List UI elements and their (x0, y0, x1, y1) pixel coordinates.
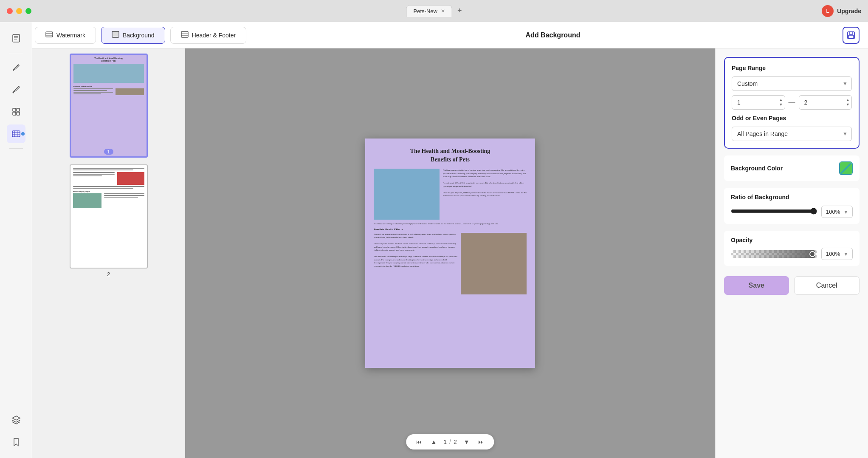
first-page-button[interactable]: ⏮ (414, 438, 424, 446)
sidebar-bottom (7, 410, 25, 451)
sidebar-icon-pages[interactable] (7, 29, 25, 48)
svg-rect-9 (17, 112, 20, 115)
background-button[interactable]: Background (101, 27, 165, 44)
current-page: 1 (443, 438, 447, 445)
bg-color-section: Background Color (724, 155, 860, 181)
range-end-up[interactable]: ▲ (845, 98, 850, 102)
ratio-slider[interactable] (731, 208, 817, 215)
thumbnails-panel: The Health and Mood-BoostingBenefits of … (32, 48, 185, 458)
page-range-label: Page Range (732, 65, 852, 71)
document-tab[interactable]: Pets-New ✕ (406, 5, 452, 17)
prev-page-button[interactable]: ▲ (429, 438, 438, 446)
sidebar-icon-watermark[interactable] (7, 124, 25, 143)
right-panel: Page Range Custom All Pages First Page L… (715, 48, 868, 458)
range-end-wrapper: ▲ ▼ (799, 95, 852, 110)
sidebar-icon-layers[interactable] (7, 410, 25, 429)
range-start-input[interactable] (732, 95, 785, 110)
last-page-button[interactable]: ⏭ (476, 438, 486, 446)
svg-point-5 (12, 92, 14, 93)
background-icon (112, 31, 119, 40)
color-swatch-button[interactable] (839, 161, 853, 175)
left-sidebar (0, 22, 32, 458)
range-dash: — (789, 99, 795, 106)
bg-color-row: Background Color (731, 161, 853, 175)
page-badge-1: 1 (104, 149, 113, 155)
odd-even-label: Odd or Even Pages (732, 115, 852, 122)
odd-even-dropdown[interactable]: All Pages in Range Odd Pages Only Even P… (732, 127, 852, 141)
range-start-steppers: ▲ ▼ (779, 98, 783, 107)
range-start-up[interactable]: ▲ (779, 98, 783, 102)
titlebar: Pets-New ✕ + L Upgrade (0, 0, 868, 22)
doc-main-title: The Health and Mood-BoostingBenefits of … (374, 147, 527, 164)
header-footer-icon (181, 31, 189, 40)
page-range-dropdown[interactable]: Custom All Pages First Page Last Page (732, 76, 852, 91)
cancel-button[interactable]: Cancel (794, 276, 860, 295)
doc-view: The Health and Mood-BoostingBenefits of … (185, 48, 715, 458)
ratio-label: Ratio of Background (731, 194, 853, 201)
active-indicator (21, 132, 25, 136)
watermark-label: Watermark (56, 32, 85, 39)
save-panel-icon-button[interactable] (843, 27, 860, 44)
sidebar-icon-edit[interactable] (7, 58, 25, 77)
sidebar-icon-organize[interactable] (7, 102, 25, 121)
range-end-down[interactable]: ▼ (845, 102, 850, 107)
page-navigation: ⏮ ▲ 1 / 2 ▼ ⏭ (406, 434, 494, 450)
save-button[interactable]: Save (724, 276, 789, 295)
thumbnail-item: The Health and Mood-BoostingBenefits of … (37, 54, 180, 158)
sidebar-divider-1 (9, 53, 23, 53)
svg-line-4 (17, 65, 18, 66)
tab-close-icon[interactable]: ✕ (441, 8, 445, 14)
thumbnail-page-1[interactable]: The Health and Mood-BoostingBenefits of … (70, 54, 148, 158)
range-start-down[interactable]: ▼ (779, 102, 783, 107)
new-tab-button[interactable]: + (457, 6, 462, 15)
page-indicator: 1 / 2 (443, 438, 457, 445)
range-inputs: ▲ ▼ — ▲ ▼ (732, 95, 852, 110)
user-avatar[interactable]: L (822, 5, 834, 17)
range-start-wrapper: ▲ ▼ (732, 95, 785, 110)
ratio-value-wrapper: 100% 75% 50% 25% ▼ (821, 206, 853, 218)
thumbnail-item-2: Animals Helping People (37, 164, 180, 277)
toolbar: Watermark Background (32, 22, 868, 48)
titlebar-right: L Upgrade (822, 5, 861, 17)
background-label: Background (123, 32, 155, 39)
svg-rect-6 (13, 108, 16, 111)
opacity-section: Opacity 100% 75% 50% 25% (724, 231, 860, 266)
opacity-value-select[interactable]: 100% 75% 50% 25% 0% (821, 248, 853, 260)
opacity-label: Opacity (731, 237, 853, 243)
total-pages: 2 (454, 438, 457, 445)
svg-rect-8 (13, 112, 16, 115)
svg-rect-7 (17, 108, 20, 111)
page-range-section: Page Range Custom All Pages First Page L… (724, 57, 860, 149)
page-separator: / (449, 438, 451, 445)
thumbnail-label-2: 2 (107, 271, 110, 277)
watermark-button[interactable]: Watermark (35, 27, 96, 44)
header-footer-button[interactable]: Header & Footer (170, 27, 247, 44)
svg-rect-20 (181, 31, 188, 37)
action-buttons: Save Cancel (724, 276, 860, 295)
close-button[interactable] (7, 8, 13, 14)
range-end-input[interactable] (799, 95, 852, 110)
range-end-steppers: ▲ ▼ (845, 98, 850, 107)
thumbnail-page-2[interactable]: Animals Helping People (70, 164, 148, 269)
sidebar-icon-annotate[interactable] (7, 80, 25, 99)
maximize-button[interactable] (25, 8, 31, 14)
ratio-row: 100% 75% 50% 25% ▼ (731, 206, 853, 218)
next-page-button[interactable]: ▼ (462, 438, 471, 446)
opacity-thumb (809, 251, 815, 257)
bg-color-label: Background Color (731, 165, 783, 172)
sidebar-divider-2 (9, 148, 23, 149)
upgrade-button[interactable]: Upgrade (837, 8, 861, 14)
minimize-button[interactable] (16, 8, 22, 14)
opacity-slider-bg (731, 250, 817, 258)
add-background-title: Add Background (526, 31, 581, 39)
ratio-section: Ratio of Background 100% 75% 50% 25% (724, 188, 860, 224)
odd-even-dropdown-wrapper: All Pages in Range Odd Pages Only Even P… (732, 127, 852, 141)
opacity-slider-fg (731, 250, 815, 258)
sidebar-icon-bookmark[interactable] (7, 433, 25, 451)
thumb-bg-1: The Health and Mood-BoostingBenefits of … (71, 55, 147, 156)
panel-area: The Health and Mood-BoostingBenefits of … (32, 48, 868, 458)
doc-page-1: The Health and Mood-BoostingBenefits of … (365, 139, 535, 368)
ratio-value-select[interactable]: 100% 75% 50% 25% (821, 206, 853, 218)
svg-rect-10 (12, 131, 20, 137)
traffic-lights (7, 8, 31, 14)
